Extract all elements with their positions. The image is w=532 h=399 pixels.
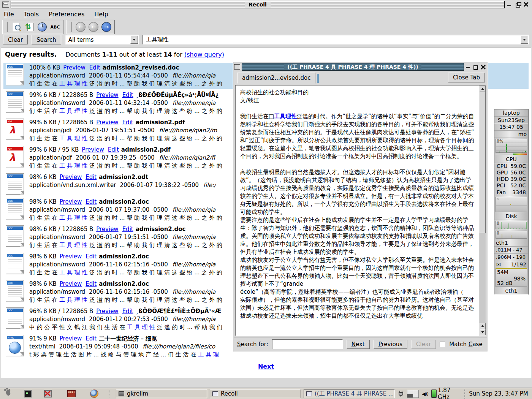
maximize-icon[interactable] [473,65,478,70]
query-input[interactable]: 工具理性 [142,35,529,44]
chevron-down-icon[interactable] [130,36,138,44]
cpu-freq-monitor[interactable]: 1.87 GHz [431,387,461,399]
clear-button[interactable]: Clear [3,35,28,44]
workspace-3[interactable] [407,394,413,397]
terminal-launcher-icon[interactable] [24,389,33,398]
preview-link[interactable]: Preview [60,280,82,287]
scroll-thumb[interactable] [480,92,486,233]
task-button[interactable]: Recoll [210,389,301,398]
disk-write-chart[interactable]: 0 [496,231,527,239]
search-mode-select[interactable]: All terms [65,35,139,44]
preview-link[interactable]: Preview [63,64,85,71]
show-query-link[interactable]: (show query) [184,51,224,58]
edit-link[interactable]: Edit [122,226,133,233]
search-docs-icon[interactable] [11,22,21,32]
edit-link[interactable]: Edit [108,146,119,153]
edit-link[interactable]: Edit [86,335,97,342]
menu-help[interactable]: Help [94,11,108,18]
first-page-icon[interactable]: ← [76,22,86,32]
menu-preferences[interactable]: Preferences [49,11,84,18]
preview-link[interactable]: Preview [96,119,118,126]
window-menu-icon[interactable] [234,64,240,70]
sort-by-date-icon[interactable] [37,22,47,32]
preview-text[interactable]: 高校招生的社会功能和目的文/钱江我们生活在□工具理性泛滥的时代。作为“世之显学”… [236,86,479,336]
preview-link[interactable]: Preview [60,174,82,180]
preview-tab[interactable]: admission2...evised.doc [237,73,315,84]
toolbar-grip[interactable] [6,22,8,32]
taskbar-clock[interactable]: Sun Sep 23, 3:47 PM [464,389,532,399]
term-explorer-icon[interactable]: ÅBĈ [50,22,60,32]
minimize-icon[interactable] [507,2,512,7]
preview-link[interactable]: Preview [96,226,118,233]
edit-link[interactable]: Edit [89,64,100,71]
match-case-checkbox[interactable] [440,342,445,347]
cpu-krell [496,154,527,155]
workspace-2[interactable] [413,390,418,394]
forward-icon[interactable]: → [101,22,111,32]
disk-read-chart[interactable]: 0 [496,221,527,229]
workspace-switcher[interactable] [407,390,419,398]
file-date: 2006-11-16 02:15:16 -0500 [89,261,168,268]
edit-link[interactable]: Edit [122,308,133,315]
toolbar-grip[interactable] [70,22,72,32]
preview-link[interactable]: Preview [96,308,118,315]
titlebar-stripes[interactable]: Recoll [11,1,505,8]
hostname[interactable]: laptop [494,109,528,117]
edit-link[interactable]: Edit [86,280,97,287]
preview-link[interactable]: Preview [60,198,82,205]
clock-time[interactable]: 15:47 05 [494,124,528,131]
close-icon[interactable] [524,2,529,7]
fan-chart[interactable] [496,197,527,212]
edit-link[interactable]: Edit [86,198,97,205]
close-tab-button[interactable]: Close Tab [448,73,485,82]
find-clear-button[interactable]: Clear [411,340,436,349]
memory-meter[interactable]: 54M 98% 52 dB [496,268,527,287]
scroll-up-icon[interactable] [480,323,486,329]
mail-icon[interactable]: ✉ [496,261,501,268]
net-section-title[interactable]: eth1 [494,239,528,247]
clock-date[interactable]: Sun23Sep [494,117,528,124]
task-button[interactable]: ((工 PHRASE 4 具 PHRASE ... [304,389,395,398]
taskbar-handle[interactable] [109,390,112,397]
search-button[interactable]: Search [32,35,61,44]
workspace-1[interactable] [407,390,413,394]
edit-link[interactable]: Edit [122,92,133,98]
firefox-launcher-icon[interactable] [90,389,99,398]
disk-section-title[interactable]: Disk [494,213,528,220]
window-menu-icon[interactable] [2,2,9,8]
editor-launcher-icon[interactable] [67,389,76,398]
cpu-chart[interactable]: 0% [496,139,527,153]
scroll-up-icon[interactable] [480,86,486,92]
minimize-icon[interactable] [466,65,470,70]
edit-link[interactable]: Edit [86,253,97,260]
volume-icon[interactable]: ◀)) [422,391,428,397]
back-icon[interactable]: ← [89,22,98,32]
lock-screen-icon[interactable] [43,389,52,398]
workspace-4[interactable] [413,394,418,397]
menu-file[interactable]: File [4,11,14,18]
taskbar: gkrellmRecoll((工 PHRASE 4 具 PHRASE ... ◀… [0,388,532,399]
scroll-down-icon[interactable] [480,329,486,335]
find-input[interactable] [272,339,343,349]
edit-link[interactable]: Edit [86,174,97,180]
preview-link[interactable]: Preview [96,92,118,98]
scrollbar[interactable] [479,86,486,336]
maximize-icon[interactable] [515,2,521,7]
titlebar-stripes[interactable]: ((工 PHRASE 4 具 PHRASE 4 理 PHRASE 4 性)) [242,63,464,71]
menu-tools[interactable]: Tools [24,11,39,18]
cpu-section-title[interactable]: CPU [494,156,528,163]
task-button[interactable]: gkrellm [116,389,207,398]
preview-link[interactable]: Preview [60,335,82,342]
power-plug-icon[interactable] [398,390,404,397]
gnome-menu-icon[interactable] [5,389,14,398]
window-controls [505,2,531,7]
preview-link[interactable]: Preview [82,146,104,153]
next-page-link[interactable]: Next [258,363,274,370]
preview-link[interactable]: Preview [60,253,82,260]
close-icon[interactable] [481,65,486,70]
edit-link[interactable]: Edit [122,119,133,126]
find-previous-button[interactable]: Previous [374,340,407,349]
find-next-button[interactable]: Next [347,340,370,349]
update-index-icon[interactable]: ⇅ [24,22,34,32]
chevron-down-icon[interactable] [521,36,528,44]
